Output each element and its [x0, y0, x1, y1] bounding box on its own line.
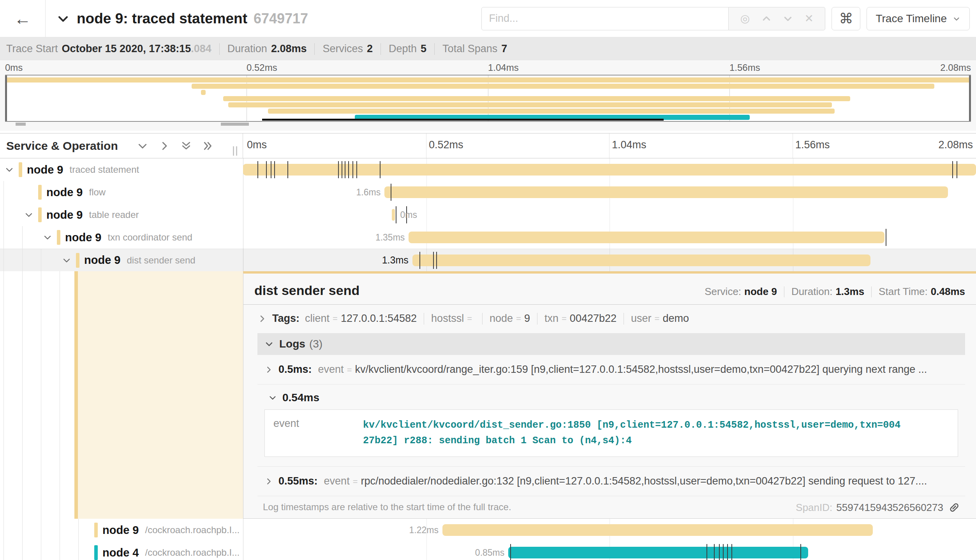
log-tick-mark [731, 544, 732, 560]
service-operation-header: Service & Operation [0, 133, 243, 158]
minimap-scrubber-handle[interactable] [221, 123, 249, 126]
span-duration-bar[interactable] [384, 186, 948, 198]
logs-header[interactable]: Logs (3) [257, 333, 965, 355]
span-name-cell[interactable]: node 9traced statement [0, 158, 243, 181]
view-selector-button[interactable]: Trace Timeline [867, 7, 970, 30]
minimap-span-bar [268, 109, 835, 114]
find-input[interactable] [481, 7, 729, 30]
span-row-flow[interactable]: node 9flow1.6ms [0, 181, 976, 204]
collapse-title-chevron-icon[interactable] [56, 12, 70, 25]
span-row-table-reader[interactable]: node 9table reader0ms [0, 204, 976, 226]
span-detail-title: dist sender send [254, 283, 359, 298]
tag-key: hostssl [431, 312, 464, 325]
span-timeline-cell[interactable]: 0ms [243, 204, 976, 226]
log-entry-summary[interactable]: 0.5ms:event=kv/kvclient/kvcoord/range_it… [257, 355, 965, 384]
timeline-tick-label: 1.04ms [612, 139, 647, 151]
collapse-one-icon[interactable] [137, 140, 148, 152]
trace-start-value: October 15 2020, 17:38:15 [62, 43, 191, 55]
span-row--cockroach-roachpb-i-[interactable]: node 9/cockroach.roachpb.I...1.22ms [0, 519, 976, 541]
timeline-header-gridline [426, 133, 426, 158]
expand-one-icon[interactable] [159, 140, 170, 152]
span-duration-bar[interactable] [409, 232, 884, 243]
collapse-all-icon[interactable] [180, 140, 192, 152]
timeline-tick-label: 2.08ms [938, 139, 973, 151]
span-detail-meta: Service: node 9 Duration: 1.3ms Start Ti… [705, 286, 965, 298]
meta-separator [871, 286, 872, 297]
timeline-tick-label: 0.52ms [429, 139, 463, 151]
minimap-left-scrubber[interactable] [5, 75, 7, 121]
keyboard-shortcuts-button[interactable]: ⌘ [832, 7, 860, 30]
tag-key: client [305, 312, 329, 325]
span-row-txn-coordinator-send[interactable]: node 9txn coordinator send1.35ms [0, 226, 976, 249]
log-field-value: kv/kvclient/kvcoord/dist_sender.go:1850 … [363, 418, 906, 449]
span-name-cell[interactable]: node 9dist sender send [0, 249, 243, 271]
clear-search-icon[interactable]: ✕ [804, 13, 813, 24]
span-row-dist-sender-send[interactable]: node 9dist sender send1.3ms [0, 249, 976, 271]
span-name-cell[interactable]: node 9table reader [0, 204, 243, 226]
span-timeline-cell[interactable]: 1.6ms [243, 181, 976, 204]
minimap-scrubber-handle[interactable] [16, 123, 26, 126]
log-entry-summary[interactable]: 0.55ms:event=rpc/nodedialer/nodedialer.g… [257, 467, 965, 496]
log-equals: = [347, 365, 352, 375]
span-duration-label: 1.22ms [243, 519, 439, 541]
span-start-label: Start Time: [879, 286, 928, 298]
expand-all-icon[interactable] [202, 140, 214, 152]
tag-equals: = [562, 314, 567, 324]
log-tick-mark [727, 544, 728, 560]
log-field-value: rpc/nodedialer/nodedialer.go:132 [n9,cli… [361, 475, 958, 487]
span-row--cockroach-roachpb-i-[interactable]: node 4/cockroach.roachpb.I...0.85ms [0, 541, 976, 560]
span-duration-bar[interactable] [412, 255, 870, 266]
span-timeline-cell[interactable]: 1.35ms [243, 226, 976, 249]
span-timeline-cell[interactable] [243, 158, 976, 181]
locate-icon[interactable]: ◎ [740, 13, 750, 24]
span-duration-bar[interactable] [442, 524, 873, 536]
deep-link-icon[interactable] [949, 502, 960, 514]
minimap-canvas[interactable] [5, 75, 971, 122]
find-suffix: ◎ ✕ [729, 7, 825, 30]
span-timeline-cell[interactable]: 1.22ms [243, 519, 976, 541]
chevron-down-icon[interactable] [5, 165, 14, 174]
stats-separator [219, 43, 220, 55]
tag-separator [624, 313, 624, 325]
chevron-down-icon [264, 339, 274, 349]
span-name-cell[interactable]: node 9/cockroach.roachpb.I... [0, 519, 243, 541]
span-name-cell[interactable]: node 9txn coordinator send [0, 226, 243, 249]
next-result-icon[interactable] [783, 14, 793, 24]
total-spans-label: Total Spans [442, 43, 497, 55]
minimap-span-bar [223, 96, 850, 101]
command-icon: ⌘ [839, 11, 853, 27]
span-name: node 9dist sender send [84, 249, 196, 271]
chevron-down-icon [952, 14, 961, 23]
back-button[interactable]: ← [0, 0, 46, 37]
span-duration-bar[interactable] [392, 209, 395, 221]
tag-separator [537, 313, 537, 325]
operation-name: /cockroach.roachpb.I... [145, 547, 240, 558]
span-timeline-cell[interactable]: 0.85ms [243, 541, 976, 560]
logs-section: Logs (3) 0.5ms:event=kv/kvclient/kvcoord… [257, 333, 965, 519]
tags-row[interactable]: Tags: client=127.0.0.1:54582hostssl=node… [243, 305, 976, 330]
tree-guide-line [4, 519, 4, 541]
span-name-cell[interactable]: node 9flow [0, 181, 243, 204]
log-tick-mark [348, 161, 349, 178]
span-timeline-cell[interactable]: 1.3ms [243, 249, 976, 271]
log-entry-expanded-header[interactable]: 0.54ms [257, 384, 965, 409]
tag-value: 127.0.0.1:54582 [341, 312, 417, 325]
service-color-bar [38, 207, 42, 222]
chevron-down-icon[interactable] [43, 233, 52, 242]
tag-client: client=127.0.0.1:54582 [305, 312, 417, 325]
chevron-down-icon[interactable] [62, 256, 71, 265]
prev-result-icon[interactable] [761, 14, 772, 24]
minimap-span-bar [228, 102, 832, 107]
log-tick-mark [356, 161, 357, 178]
service-name: node 9 [46, 186, 83, 199]
span-duration-bar[interactable] [508, 547, 808, 558]
service-name: node 9 [65, 231, 101, 244]
column-resizer-handle[interactable] [233, 146, 237, 156]
chevron-down-icon[interactable] [24, 210, 33, 219]
duration-value: 2.08ms [271, 43, 307, 55]
span-row-traced-statement[interactable]: node 9traced statement [0, 158, 976, 181]
minimap-right-scrubber[interactable] [969, 75, 971, 121]
log-field-key: event [324, 475, 350, 487]
span-name-cell[interactable]: node 4/cockroach.roachpb.I... [0, 541, 243, 560]
tags-label: Tags: [272, 312, 299, 325]
